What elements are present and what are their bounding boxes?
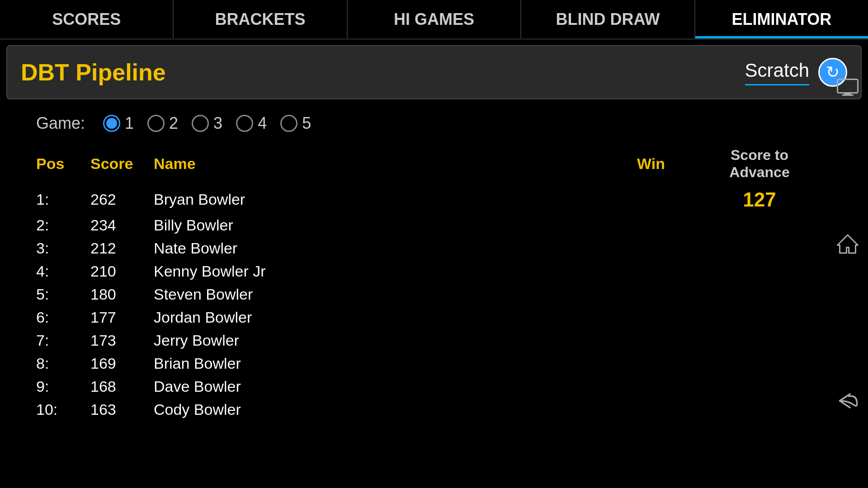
radio-5[interactable] [280, 115, 297, 132]
radio-4[interactable] [236, 115, 253, 132]
table-row: 7: 173 Jerry Bowler [36, 329, 823, 352]
row-score: 163 [90, 401, 154, 418]
table-row: 9: 168 Dave Bowler [36, 375, 823, 398]
row-name: Bryan Bowler [154, 191, 606, 208]
nav-hi-games[interactable]: HI GAMES [348, 0, 521, 38]
row-score: 168 [90, 378, 154, 395]
row-score: 234 [90, 216, 154, 234]
nav-brackets[interactable]: BRACKETS [174, 0, 347, 38]
svg-rect-0 [838, 80, 858, 93]
row-name: Cody Bowler [154, 401, 606, 418]
col-header-advance: Score toAdvance [696, 146, 823, 181]
col-header-win: Win [606, 155, 696, 173]
row-pos: 9: [36, 378, 90, 395]
row-pos: 8: [36, 355, 90, 372]
row-pos: 10: [36, 401, 90, 418]
col-header-pos: Pos [36, 155, 90, 173]
row-name: Brian Bowler [154, 355, 606, 372]
table-row: 2: 234 Billy Bowler [36, 214, 823, 237]
game-option-2[interactable]: 2 [147, 114, 178, 133]
row-pos: 1: [36, 191, 90, 208]
col-header-score: Score [90, 155, 154, 173]
row-score: 262 [90, 191, 154, 208]
row-name: Jerry Bowler [154, 332, 606, 349]
row-name: Dave Bowler [154, 378, 606, 395]
row-name: Billy Bowler [154, 216, 606, 234]
table-row: 8: 169 Brian Bowler [36, 352, 823, 375]
table-header: Pos Score Name Win Score toAdvance [36, 146, 823, 186]
table-rows-container: 1: 262 Bryan Bowler 127 2: 234 Billy Bow… [36, 186, 823, 421]
svg-marker-3 [838, 235, 858, 253]
row-pos: 3: [36, 239, 90, 257]
row-name: Kenny Bowler Jr [154, 263, 606, 280]
row-pos: 6: [36, 309, 90, 326]
game-option-1[interactable]: 1 [103, 114, 134, 133]
col-header-name: Name [154, 155, 606, 173]
game-option-5[interactable]: 5 [280, 114, 311, 133]
row-pos: 4: [36, 263, 90, 280]
game-option-4[interactable]: 4 [236, 114, 267, 133]
game-selector: Game: 1 2 3 4 5 [0, 105, 868, 142]
row-name: Nate Bowler [154, 239, 606, 257]
table-row: 1: 262 Bryan Bowler 127 [36, 186, 823, 214]
radio-1[interactable] [103, 115, 120, 132]
table-row: 4: 210 Kenny Bowler Jr [36, 260, 823, 283]
back-icon[interactable] [832, 388, 863, 413]
row-score: 210 [90, 263, 154, 280]
row-name: Jordan Bowler [154, 309, 606, 326]
home-icon[interactable] [832, 231, 863, 256]
results-table: Pos Score Name Win Score toAdvance 1: 26… [0, 142, 868, 426]
table-row: 3: 212 Nate Bowler [36, 237, 823, 260]
row-name: Steven Bowler [154, 286, 606, 303]
row-score: 177 [90, 309, 154, 326]
nav-scores[interactable]: SCORES [0, 0, 174, 38]
top-nav: SCORES BRACKETS HI GAMES BLIND DRAW ELIM… [0, 0, 868, 40]
monitor-icon[interactable] [832, 75, 863, 100]
header-panel: DBT Pipeline Scratch ↻ [6, 45, 862, 99]
table-row: 5: 180 Steven Bowler [36, 283, 823, 306]
right-icons [827, 0, 868, 488]
radio-3[interactable] [192, 115, 209, 132]
game-label: Game: [36, 114, 85, 133]
tournament-title: DBT Pipeline [21, 59, 166, 86]
nav-blind-draw[interactable]: BLIND DRAW [521, 0, 695, 38]
game-option-3[interactable]: 3 [192, 114, 222, 133]
radio-2[interactable] [147, 115, 165, 132]
score-to-advance-value: 127 [696, 188, 823, 211]
row-score: 212 [90, 239, 154, 257]
scratch-label: Scratch [745, 60, 809, 85]
row-pos: 5: [36, 286, 90, 303]
row-pos: 7: [36, 332, 90, 349]
row-score: 169 [90, 355, 154, 372]
table-row: 10: 163 Cody Bowler [36, 398, 823, 421]
row-pos: 2: [36, 216, 90, 234]
row-score: 180 [90, 286, 154, 303]
row-score: 173 [90, 332, 154, 349]
table-row: 6: 177 Jordan Bowler [36, 306, 823, 329]
